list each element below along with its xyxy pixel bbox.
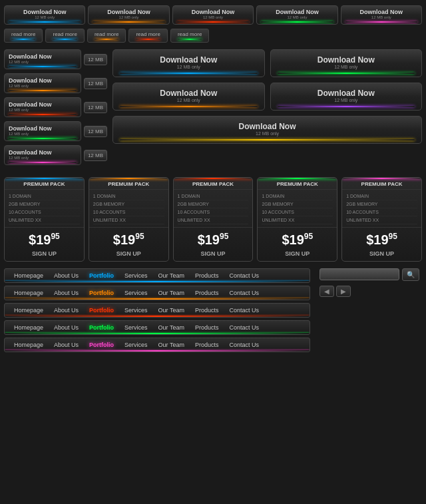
nav-item-3-4[interactable]: Our Team bbox=[153, 323, 190, 332]
nav-item-2-3[interactable]: Services bbox=[119, 306, 153, 315]
size-badge-2: 12 MB bbox=[84, 102, 107, 113]
top-download-btn-1[interactable]: Download Now 12 MB only bbox=[88, 5, 169, 25]
nav-item-2-5[interactable]: Products bbox=[190, 306, 224, 315]
nav-item-4-5[interactable]: Products bbox=[190, 340, 224, 350]
pricing-header-3: PREMUIM PACK bbox=[258, 178, 337, 189]
nav-item-2-4[interactable]: Our Team bbox=[153, 306, 190, 315]
price-cents: 95 bbox=[389, 232, 397, 241]
nav-item-4-1[interactable]: About Us bbox=[49, 340, 84, 350]
nav-item-4-4[interactable]: Our Team bbox=[153, 340, 190, 350]
nav-item-4-0[interactable]: Homepage bbox=[9, 340, 49, 350]
nav-item-4-6[interactable]: Contact Us bbox=[224, 340, 264, 350]
large-download-btn-2-0[interactable]: Download Now 12 MB only bbox=[112, 116, 422, 144]
nav-item-1-0[interactable]: Homepage bbox=[9, 288, 49, 298]
top-download-btn-2[interactable]: Download Now 12 MB only bbox=[172, 5, 254, 25]
nav-item-2-2[interactable]: Portfolio bbox=[84, 306, 119, 315]
nav-item-3-5[interactable]: Products bbox=[190, 323, 224, 332]
left-download-btn-1[interactable]: Download Now 12 MB only bbox=[4, 73, 81, 93]
left-download-btn-0[interactable]: Download Now 12 MB only bbox=[4, 49, 81, 69]
large-download-btn-0-1[interactable]: Download Now 12 MB only bbox=[270, 49, 423, 77]
btn-label: Download Now bbox=[278, 55, 415, 65]
read-more-label: read more bbox=[11, 31, 35, 37]
read-more-btn-0[interactable]: read more bbox=[4, 29, 43, 43]
nav-item-1-5[interactable]: Products bbox=[190, 288, 224, 298]
size-badge-0: 12 MB bbox=[84, 54, 107, 65]
nav-item-3-6[interactable]: Contact Us bbox=[224, 323, 264, 332]
large-download-btn-0-0[interactable]: Download Now 12 MB only bbox=[112, 49, 265, 77]
top-download-btn-0[interactable]: Download Now 12 MB only bbox=[4, 5, 85, 25]
pricing-feature-0-0: 1 DOMAIN bbox=[9, 192, 80, 200]
pricing-feature-1-0: 1 DOMAIN bbox=[93, 192, 164, 200]
top-download-btn-4[interactable]: Download Now 12 MB only bbox=[341, 5, 422, 25]
nav-item-0-0[interactable]: Homepage bbox=[9, 271, 49, 280]
price-cents: 95 bbox=[135, 232, 144, 241]
nav-item-1-6[interactable]: Contact Us bbox=[224, 288, 264, 298]
pricing-card-0: PREMUIM PACK 1 DOMAIN2GB MEMORY10 ACCOUN… bbox=[4, 177, 85, 262]
search-button[interactable]: 🔍 bbox=[402, 268, 419, 281]
btn-sub: 12 MB only bbox=[120, 131, 415, 136]
nav-item-3-1[interactable]: About Us bbox=[49, 323, 84, 332]
nav-item-1-3[interactable]: Services bbox=[119, 288, 153, 298]
pricing-title: PREMUIM PACK bbox=[361, 181, 403, 187]
search-input[interactable] bbox=[320, 268, 399, 280]
next-button[interactable]: ▶ bbox=[336, 286, 351, 297]
read-more-label: read more bbox=[95, 31, 118, 37]
btn-label: Download Now bbox=[9, 77, 77, 84]
nav-arrows: ◀ ▶ bbox=[316, 286, 422, 297]
nav-item-0-3[interactable]: Services bbox=[119, 271, 153, 280]
pricing-feature-4-1: 2GB MEMORY bbox=[346, 200, 417, 208]
read-more-btn-2[interactable]: read more bbox=[87, 29, 126, 43]
btn-label: Download Now bbox=[261, 9, 333, 15]
nav-item-4-2[interactable]: Portfolio bbox=[84, 340, 119, 350]
nav-item-2-0[interactable]: Homepage bbox=[9, 306, 49, 315]
pricing-price-4: $1995 bbox=[342, 228, 421, 249]
btn-with-size-1: Download Now 12 MB only 12 MB bbox=[4, 73, 107, 93]
btn-label: Download Now bbox=[345, 9, 417, 15]
pricing-signup-0[interactable]: SIGN UP bbox=[5, 249, 84, 261]
pricing-signup-1[interactable]: SIGN UP bbox=[89, 249, 168, 261]
prev-button[interactable]: ◀ bbox=[320, 286, 334, 297]
top-download-btn-3[interactable]: Download Now 12 MB only bbox=[256, 5, 337, 25]
btn-label: Download Now bbox=[9, 125, 77, 132]
read-more-btn-1[interactable]: read more bbox=[45, 29, 84, 43]
btn-with-size-0: Download Now 12 MB only 12 MB bbox=[4, 49, 107, 69]
nav-item-0-1[interactable]: About Us bbox=[49, 271, 84, 280]
btn-label: Download Now bbox=[120, 122, 415, 131]
pricing-title: PREMUIM PACK bbox=[23, 181, 65, 187]
nav-item-3-2[interactable]: Portfolio bbox=[84, 323, 119, 332]
nav-item-0-5[interactable]: Products bbox=[190, 271, 224, 280]
read-more-btn-3[interactable]: read more bbox=[128, 29, 167, 43]
read-more-btn-4[interactable]: read more bbox=[170, 29, 209, 43]
nav-item-2-1[interactable]: About Us bbox=[49, 306, 84, 315]
nav-item-0-2[interactable]: Portfolio bbox=[84, 271, 119, 280]
pricing-features-4: 1 DOMAIN2GB MEMORY10 ACCOUNTSUNLIMITED X… bbox=[342, 189, 421, 228]
nav-item-0-6[interactable]: Contact Us bbox=[224, 271, 264, 280]
btn-with-size-4: Download Now 12 MB only 12 MB bbox=[4, 145, 107, 165]
left-download-btn-3[interactable]: Download Now 12 MB only bbox=[4, 121, 81, 141]
left-col: Download Now 12 MB only 12 MB Download N… bbox=[4, 49, 107, 165]
pricing-signup-2[interactable]: SIGN UP bbox=[174, 249, 253, 261]
pricing-signup-3[interactable]: SIGN UP bbox=[258, 249, 337, 261]
pricing-feature-0-1: 2GB MEMORY bbox=[9, 200, 80, 208]
nav-item-0-4[interactable]: Our Team bbox=[153, 271, 190, 280]
left-download-btn-4[interactable]: Download Now 12 MB only bbox=[4, 145, 81, 165]
nav-item-3-3[interactable]: Services bbox=[119, 323, 153, 332]
left-download-btn-2[interactable]: Download Now 12 MB only bbox=[4, 97, 81, 117]
pricing-feature-4-2: 10 ACCOUNTS bbox=[346, 208, 417, 216]
middle-section: Download Now 12 MB only 12 MB Download N… bbox=[0, 44, 426, 170]
nav-item-2-6[interactable]: Contact Us bbox=[224, 306, 264, 315]
nav-item-1-1[interactable]: About Us bbox=[49, 288, 84, 298]
btn-sub: 12 MB only bbox=[278, 65, 415, 69]
pricing-signup-4[interactable]: SIGN UP bbox=[342, 249, 421, 261]
btn-label: Download Now bbox=[177, 9, 249, 15]
pricing-feature-1-3: UNLIMITED XX bbox=[93, 216, 164, 224]
large-download-btn-1-0[interactable]: Download Now 12 MB only bbox=[112, 83, 265, 111]
btn-label: Download Now bbox=[9, 101, 77, 108]
large-btn-row-0: Download Now 12 MB only Download Now 12 … bbox=[112, 49, 422, 77]
nav-item-1-2[interactable]: Portfolio bbox=[84, 288, 119, 298]
large-download-btn-1-1[interactable]: Download Now 12 MB only bbox=[270, 83, 423, 111]
nav-item-1-4[interactable]: Our Team bbox=[153, 288, 190, 298]
nav-item-4-3[interactable]: Services bbox=[119, 340, 153, 350]
pricing-header-1: PREMUIM PACK bbox=[89, 178, 168, 189]
nav-item-3-0[interactable]: Homepage bbox=[9, 323, 49, 332]
